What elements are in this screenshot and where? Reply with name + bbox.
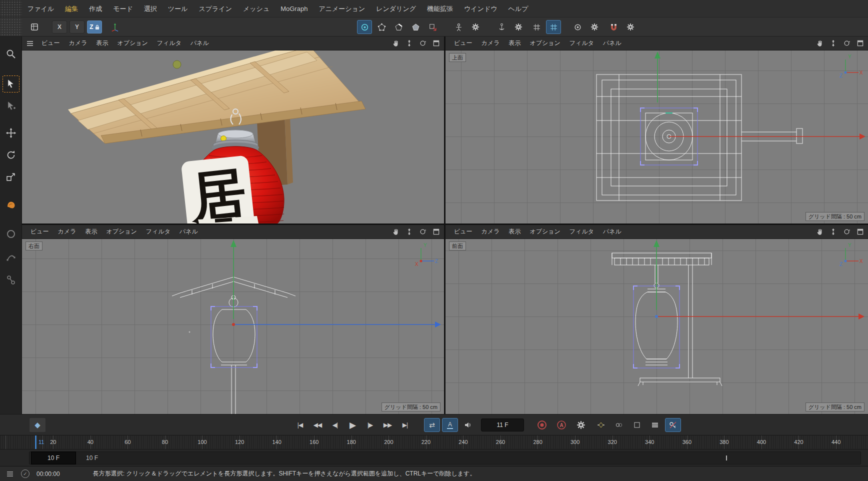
viewport-menu-item[interactable]: パネル [186,39,214,48]
lock-z-axis-button[interactable]: Z [87,20,102,34]
viewport-menu-item[interactable]: ビュー [26,228,54,236]
pan-icon[interactable] [392,40,400,47]
ring-tool-button[interactable] [2,226,20,242]
position-key-button[interactable] [593,418,609,432]
target-settings-button[interactable] [587,20,602,34]
workplane-mode-button[interactable] [451,20,466,34]
polygons-mode-button[interactable] [408,20,423,34]
joint-tool-button[interactable] [2,272,20,288]
viewport-menu-item[interactable]: パネル [175,228,202,236]
maximize-icon[interactable] [432,228,440,236]
menu-item[interactable]: モード [108,0,138,18]
menu-item[interactable]: ファイル [22,0,60,18]
menu-item[interactable]: レンダリング [370,0,422,18]
menu-item[interactable]: スプライン [193,0,238,18]
axis-modify-button[interactable] [494,20,509,34]
coordinate-system-button[interactable] [108,20,122,34]
parameter-key-button[interactable] [647,418,663,432]
viewport-menu-item[interactable]: 表示 [92,39,112,48]
spline-tool-button[interactable] [2,248,20,266]
texture-mode-button[interactable] [425,20,440,34]
points-mode-button[interactable] [374,20,389,34]
frame-ruler[interactable]: 11 2040608010012014016018020022024026028… [0,435,868,449]
orbit-icon[interactable] [419,40,426,47]
prev-key-button[interactable]: ◀◀ [310,418,326,432]
viewport-menu-item[interactable]: ビュー [450,228,477,236]
viewport-menu-item[interactable]: パネル [598,39,626,48]
orbit-icon[interactable] [419,228,426,236]
viewport-menu-item[interactable]: カメラ [477,39,504,48]
menu-item[interactable]: 編集 [60,0,84,18]
mute-keys-button[interactable] [665,418,681,432]
menu-item[interactable]: ツール [162,0,194,18]
orbit-icon[interactable] [843,40,850,47]
menu-item[interactable]: ヘルプ [503,0,534,18]
viewport-menu-item[interactable]: 表示 [80,228,102,236]
lock-y-axis-button[interactable]: Y [70,20,84,34]
model-mode-button[interactable] [357,20,372,34]
autokey-toggle-button[interactable]: A [554,418,570,432]
move-tool-button[interactable] [2,124,20,142]
snap-settings-button[interactable] [623,20,638,34]
right-view[interactable]: Y Z X 右面 グリッド間隔 : 50 cm [22,239,444,414]
play-button[interactable]: ▶ [344,418,360,432]
viewport-menu-item[interactable]: オプション [525,228,564,236]
scale-key-button[interactable] [629,418,645,432]
viewport-menu-item[interactable]: パネル [598,228,626,236]
range-marker[interactable] [726,456,727,460]
workplane-button[interactable] [27,20,42,34]
viewport-menu-item[interactable]: フィルタ [565,228,598,236]
magnify-tool-button[interactable] [2,46,20,62]
edges-mode-button[interactable] [391,20,406,34]
menu-item[interactable]: ウインドウ [458,0,503,18]
menu-item[interactable]: MoGraph [275,0,313,18]
viewport-menu-item[interactable]: オプション [112,39,152,48]
next-frame-button[interactable]: |▶ [362,418,378,432]
viewport-menu-item[interactable]: フィルタ [565,39,598,48]
menu-item[interactable]: 選択 [138,0,162,18]
play-all-frames-button[interactable]: A [442,418,458,432]
goto-end-button[interactable]: ▶| [397,418,413,432]
set-keyframe-button[interactable]: ◆ [29,418,46,432]
dolly-icon[interactable] [406,40,413,47]
viewport-menu-icon[interactable] [26,40,34,48]
viewport-menu-item[interactable]: オプション [525,39,564,48]
quantize-grid-button[interactable] [546,20,561,34]
sound-button[interactable] [460,418,476,432]
keying-settings-button[interactable] [573,418,589,432]
viewport-menu-item[interactable]: カメラ [64,39,92,48]
top-view[interactable]: Y X Z 上面 グリッド間隔 : 50 cm [446,50,868,224]
viewport-menu-item[interactable]: ビュー [450,39,477,48]
menu-item[interactable]: 作成 [84,0,108,18]
dolly-icon[interactable] [830,40,837,47]
viewport-menu-item[interactable]: ビュー [37,39,64,48]
viewport-menu-item[interactable]: カメラ [477,228,504,236]
dolly-icon[interactable] [830,228,837,236]
next-key-button[interactable]: ▶▶ [380,418,396,432]
pan-icon[interactable] [816,228,824,236]
record-keyframe-button[interactable] [534,418,550,432]
loop-mode-button[interactable]: ⇄ [424,418,440,432]
axis-settings-button[interactable] [511,20,526,34]
rotate-tool-button[interactable] [2,146,20,164]
current-frame-field[interactable]: 11 F [481,418,524,432]
menu-item[interactable]: アニメーション [313,0,370,18]
maximize-icon[interactable] [432,40,440,47]
pan-icon[interactable] [816,40,824,47]
range-start-field[interactable]: 10 F [31,452,76,464]
scale-tool-button[interactable] [2,168,20,186]
live-selection-tool-button[interactable] [2,76,20,92]
toolbar-grip[interactable] [0,18,22,36]
dolly-icon[interactable] [406,228,413,236]
snap-selection-tool-button[interactable] [2,98,20,114]
viewport-menu-item[interactable]: オプション [102,228,141,236]
range-track[interactable] [29,452,861,464]
viewport-menu-item[interactable]: 表示 [504,228,525,236]
snap-button[interactable] [606,20,621,34]
goto-start-button[interactable]: |◀ [292,418,308,432]
maximize-icon[interactable] [856,40,864,47]
perspective-view[interactable]: 居 [22,50,444,224]
sculpt-tool-button[interactable] [2,196,20,214]
menu-item[interactable]: 機能拡張 [422,0,458,18]
workplane-settings-button[interactable] [468,20,483,34]
